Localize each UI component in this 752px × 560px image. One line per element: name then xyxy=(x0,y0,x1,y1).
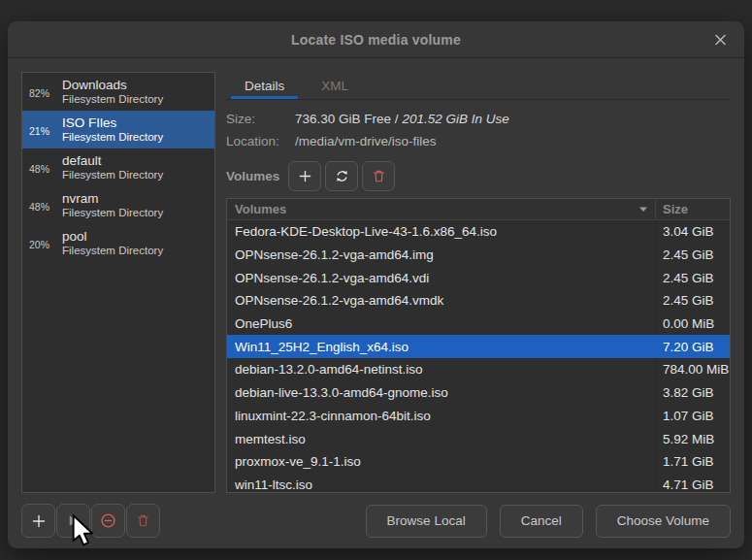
volume-row[interactable]: debian-live-13.3.0-amd64-gnome.iso 3.82 … xyxy=(227,381,730,405)
volume-size-cell: 1.07 GiB xyxy=(656,405,730,428)
volume-row[interactable]: proxmox-ve_9.1-1.iso 1.71 GiB xyxy=(227,450,730,474)
refresh-volumes-button[interactable] xyxy=(325,161,358,191)
delete-pool-button[interactable] xyxy=(126,504,160,538)
dialog-titlebar[interactable]: Locate ISO media volume xyxy=(8,21,744,58)
volume-name-cell: memtest.iso xyxy=(227,427,656,450)
storage-pool-item[interactable]: 48% nvram Filesystem Directory xyxy=(22,186,214,224)
size-row: Size: 736.30 GiB Free /201.52 GiB In Use xyxy=(226,109,731,129)
dialog-footer: Browse Local Cancel Choose Volume xyxy=(8,493,744,548)
volume-name-cell: proxmox-ve_9.1-1.iso xyxy=(227,450,656,474)
browse-local-button[interactable]: Browse Local xyxy=(366,505,487,538)
add-pool-button[interactable] xyxy=(21,504,55,538)
cancel-button[interactable]: Cancel xyxy=(500,505,583,538)
volume-name-cell: OnePlus6 xyxy=(227,313,656,336)
volume-size-cell: 3.82 GiB xyxy=(656,381,730,405)
volume-size-cell: 1.71 GiB xyxy=(656,450,730,474)
size-value: 736.30 GiB Free /201.52 GiB In Use xyxy=(295,109,509,129)
volume-row[interactable]: Fedora-KDE-Desktop-Live-43-1.6.x86_64.is… xyxy=(227,220,730,244)
volume-name-cell: Fedora-KDE-Desktop-Live-43-1.6.x86_64.is… xyxy=(227,220,656,244)
location-value: /media/vm-drive/iso-files xyxy=(295,131,437,151)
pool-name: default xyxy=(62,153,163,169)
pool-name: nvram xyxy=(62,191,163,207)
locate-iso-media-volume-dialog: Locate ISO media volume 82% Downloads xyxy=(8,21,744,548)
pool-type: Filesystem Directory xyxy=(62,169,163,182)
volume-size-cell: 2.45 GiB xyxy=(656,289,730,313)
volume-row[interactable]: debian-13.2.0-amd64-netinst.iso 784.00 M… xyxy=(227,358,730,381)
pool-type: Filesystem Directory xyxy=(62,207,163,220)
pool-text: Downloads Filesystem Directory xyxy=(62,78,163,107)
sort-descending-icon[interactable] xyxy=(638,206,648,213)
volume-size-cell: 3.04 GiB xyxy=(656,220,730,244)
tab-details-label: Details xyxy=(245,79,284,93)
pool-text: pool Filesystem Directory xyxy=(62,229,163,258)
dialog-title: Locate ISO media volume xyxy=(291,32,461,48)
close-icon xyxy=(714,33,727,46)
desktop-backdrop: Locate ISO media volume 82% Downloads xyxy=(0,0,752,560)
size-label: Size: xyxy=(226,109,295,129)
volume-row[interactable]: win11-ltsc.iso 4.71 GiB xyxy=(227,474,730,492)
pool-usage-percent: 21% xyxy=(29,123,55,137)
pool-usage-percent: 48% xyxy=(29,199,55,213)
volume-name-cell: debian-live-13.3.0-amd64-gnome.iso xyxy=(227,381,656,405)
volume-name-cell: Win11_25H2_English_x64.iso xyxy=(227,335,656,358)
volume-name-cell: linuxmint-22.3-cinnamon-64bit.iso xyxy=(227,405,656,428)
volume-row[interactable]: OPNsense-26.1.2-vga-amd64.vdi 2.45 GiB xyxy=(227,266,730,289)
volumes-toolbar: Volumes xyxy=(226,161,731,191)
location-label: Location: xyxy=(226,131,295,151)
storage-pool-item[interactable]: 48% default Filesystem Directory xyxy=(22,148,214,186)
footer-buttons: Browse Local Cancel Choose Volume xyxy=(366,505,731,538)
new-volume-button[interactable] xyxy=(288,161,321,191)
volume-size-cell: 5.92 MiB xyxy=(656,427,730,450)
volume-row[interactable]: linuxmint-22.3-cinnamon-64bit.iso 1.07 G… xyxy=(227,405,730,428)
delete-volume-button[interactable] xyxy=(362,161,395,191)
volume-name-cell: debian-13.2.0-amd64-netinst.iso xyxy=(227,358,656,381)
storage-pool-list: 82% Downloads Filesystem Directory 21% I… xyxy=(21,72,215,493)
plus-icon xyxy=(31,513,47,529)
close-button[interactable] xyxy=(711,30,730,49)
volume-name-cell: win11-ltsc.iso xyxy=(227,474,656,492)
start-pool-button[interactable] xyxy=(56,504,90,538)
tab-details[interactable]: Details xyxy=(226,72,303,99)
refresh-icon xyxy=(335,169,349,183)
pool-text: default Filesystem Directory xyxy=(62,153,163,182)
column-header-volumes-label: Volumes xyxy=(235,202,286,216)
pool-type: Filesystem Directory xyxy=(62,93,163,107)
storage-pool-panel: 82% Downloads Filesystem Directory 21% I… xyxy=(21,72,215,493)
volume-name-cell: OPNsense-26.1.2-vga-amd64.img xyxy=(227,244,656,267)
pool-name: pool xyxy=(62,229,163,245)
volume-name-cell: OPNsense-26.1.2-vga-amd64.vmdk xyxy=(227,289,656,313)
volume-size-cell: 784.00 MiB xyxy=(656,358,730,381)
storage-pool-item[interactable]: 21% ISO FIles Filesystem Directory xyxy=(22,111,214,148)
volume-row[interactable]: memtest.iso 5.92 MiB xyxy=(227,427,730,450)
stop-circle-minus-icon xyxy=(100,512,116,529)
play-icon xyxy=(66,513,81,528)
pool-type: Filesystem Directory xyxy=(62,245,163,258)
column-header-size[interactable]: Size xyxy=(656,199,730,219)
plus-icon xyxy=(298,169,312,183)
pool-usage-percent: 20% xyxy=(29,237,55,250)
pool-actions xyxy=(21,504,160,538)
volume-size-cell: 2.45 GiB xyxy=(656,266,730,289)
storage-pool-item[interactable]: 20% pool Filesystem Directory xyxy=(22,224,214,262)
pool-name: Downloads xyxy=(62,78,163,93)
size-in-use: 201.52 GiB In Use xyxy=(403,112,509,126)
tab-xml[interactable]: XML xyxy=(303,72,367,99)
choose-volume-button[interactable]: Choose Volume xyxy=(596,505,731,538)
tab-xml-label: XML xyxy=(321,79,348,93)
volume-name-cell: OPNsense-26.1.2-vga-amd64.vdi xyxy=(227,266,656,289)
volume-size-cell: 7.20 GiB xyxy=(656,335,730,358)
pool-text: nvram Filesystem Directory xyxy=(62,191,163,220)
volume-row[interactable]: OPNsense-26.1.2-vga-amd64.vmdk 2.45 GiB xyxy=(227,289,730,313)
pool-info: Size: 736.30 GiB Free /201.52 GiB In Use… xyxy=(226,100,731,153)
volumes-table: Volumes Size Fedora-KDE-Desktop-Live-43-… xyxy=(226,198,731,493)
location-row: Location: /media/vm-drive/iso-files xyxy=(226,131,731,151)
column-header-volumes[interactable]: Volumes xyxy=(227,199,656,219)
volumes-table-header: Volumes Size xyxy=(227,199,730,220)
stop-pool-button[interactable] xyxy=(91,504,125,538)
volume-row[interactable]: OnePlus6 0.00 MiB xyxy=(227,313,730,336)
details-tabbar: Details XML xyxy=(226,72,731,100)
volume-row[interactable]: Win11_25H2_English_x64.iso 7.20 GiB xyxy=(227,335,730,358)
volumes-table-body: Fedora-KDE-Desktop-Live-43-1.6.x86_64.is… xyxy=(227,220,730,492)
volume-row[interactable]: OPNsense-26.1.2-vga-amd64.img 2.45 GiB xyxy=(227,244,730,267)
storage-pool-item[interactable]: 82% Downloads Filesystem Directory xyxy=(22,73,214,111)
